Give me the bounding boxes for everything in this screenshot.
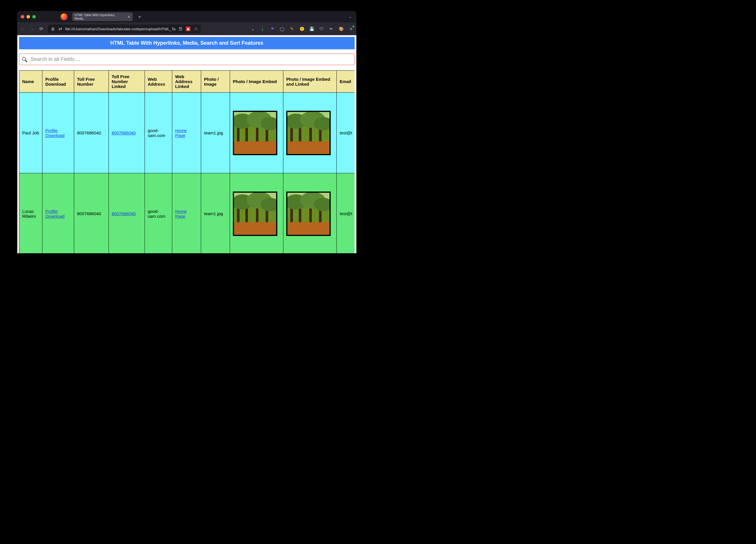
svg-rect-21 xyxy=(287,222,330,235)
pocket-icon[interactable]: ⌄ xyxy=(250,26,255,31)
table-header-row: Name Profile Download Toll Free Number T… xyxy=(19,71,355,93)
minimize-window-button[interactable] xyxy=(27,15,30,18)
settings-toggle-icon[interactable]: ⇄ xyxy=(58,26,63,31)
toolbar: ← → ⟳ 🗎 ⇄ file:///Users/nathan/Downloads… xyxy=(17,23,356,35)
page-title: HTML Table With Hyperlinks, Media, Searc… xyxy=(19,37,355,49)
cell-photo: team1.jpg xyxy=(201,173,230,254)
col-photo-embed-linked[interactable]: Photo / Image Embed and Linked xyxy=(283,71,337,93)
reader-mode-icon[interactable]: ☰ xyxy=(178,26,183,31)
page-viewport: HTML Table With Hyperlinks, Media, Searc… xyxy=(17,35,356,253)
extension-icon-3[interactable]: ✎ xyxy=(289,26,295,31)
extension-icon-2[interactable]: ◯ xyxy=(280,26,285,31)
col-profile-download[interactable]: Profile Download xyxy=(42,71,74,93)
col-email[interactable]: Email xyxy=(337,71,355,93)
tabs-overflow-icon[interactable]: ⌄ xyxy=(347,15,354,19)
cell-photo: team1.jpg xyxy=(201,93,230,173)
image-thumbnail-link[interactable] xyxy=(286,192,334,236)
bookmark-star-icon[interactable]: ☆ xyxy=(193,26,199,31)
col-toll-free-linked[interactable]: Toll Free Number Linked xyxy=(109,71,145,93)
col-toll-free[interactable]: Toll Free Number xyxy=(74,71,109,93)
blocker-badge-icon[interactable]: ◼ xyxy=(186,27,190,31)
search-container xyxy=(19,53,355,65)
profile-download-link[interactable]: Profile Download xyxy=(45,128,65,138)
table-row: Paul Job Profile Download 8007686040 800… xyxy=(19,93,355,173)
cell-web: good-sam.com xyxy=(145,93,172,173)
svg-line-1 xyxy=(25,60,27,62)
col-photo[interactable]: Photo / Image xyxy=(201,71,230,93)
extension-icon-7[interactable]: ✏ xyxy=(329,26,334,31)
close-tab-icon[interactable]: ✕ xyxy=(127,15,130,19)
cell-email: test@t xyxy=(337,173,355,254)
downloads-icon[interactable]: ⭳ xyxy=(260,26,265,31)
extension-icon-1[interactable]: ⚑ xyxy=(270,26,275,31)
extension-icon-8[interactable]: 🎨 xyxy=(338,26,344,31)
image-thumbnail xyxy=(286,111,331,155)
cell-toll-free: 8007686040 xyxy=(74,93,109,173)
menu-icon[interactable]: ≡ xyxy=(348,26,353,31)
file-icon: 🗎 xyxy=(50,27,55,31)
tab-title: HTML Table With Hyperlinks, Media, xyxy=(74,13,125,20)
col-name[interactable]: Name xyxy=(19,71,42,93)
close-window-button[interactable] xyxy=(21,15,24,18)
home-page-link[interactable]: Home Page xyxy=(175,128,187,138)
toolbar-right: ⌄ ⭳ ⚑ ◯ ✎ 🙂 💾 🛡 ✏ 🎨 ≡ xyxy=(250,26,353,31)
toll-free-link[interactable]: 8007686040 xyxy=(112,211,136,216)
cell-name: Paul Job xyxy=(19,93,42,173)
image-thumbnail-link[interactable] xyxy=(286,111,334,155)
forward-icon[interactable]: → xyxy=(29,27,35,31)
window-controls xyxy=(21,15,36,18)
url-text: file:///Users/nathan/Downloads/tabulate … xyxy=(65,27,175,31)
cell-toll-free: 8007686040 xyxy=(74,173,109,254)
reload-icon[interactable]: ⟳ xyxy=(39,26,44,31)
svg-rect-15 xyxy=(234,222,276,235)
image-thumbnail xyxy=(233,111,277,155)
cell-photo-embed-linked xyxy=(283,173,337,254)
home-page-link[interactable]: Home Page xyxy=(175,209,187,219)
extension-icon-5[interactable]: 💾 xyxy=(309,26,314,31)
zoom-window-button[interactable] xyxy=(32,15,36,18)
cell-photo-embed-linked xyxy=(283,93,337,173)
browser-window: HTML Table With Hyperlinks, Media, ✕ ＋ ⌄… xyxy=(17,11,356,253)
col-photo-embed[interactable]: Photo / Image Embed xyxy=(230,71,283,93)
new-tab-button[interactable]: ＋ xyxy=(134,14,145,20)
svg-rect-9 xyxy=(287,141,330,154)
cell-email: test@t xyxy=(337,93,355,173)
extension-icon-6[interactable]: 🛡 xyxy=(319,26,324,31)
table-row: Lucas Ribeiro Profile Download 800768604… xyxy=(19,173,355,254)
search-icon xyxy=(21,56,28,63)
toll-free-link[interactable]: 8007686040 xyxy=(112,130,136,135)
image-thumbnail xyxy=(233,192,277,236)
col-web-address[interactable]: Web Address xyxy=(145,71,172,93)
url-bar[interactable]: 🗎 ⇄ file:///Users/nathan/Downloads/tabul… xyxy=(48,25,201,33)
search-input[interactable] xyxy=(30,55,352,64)
tab-bar: HTML Table With Hyperlinks, Media, ✕ ＋ ⌄ xyxy=(17,11,356,23)
table-container: Name Profile Download Toll Free Number T… xyxy=(19,70,355,253)
cell-web: good-sam.com xyxy=(145,173,172,254)
page-content: HTML Table With Hyperlinks, Media, Searc… xyxy=(17,35,356,253)
cell-name: Lucas Ribeiro xyxy=(19,173,42,254)
cell-photo-embed xyxy=(230,173,283,254)
data-table: Name Profile Download Toll Free Number T… xyxy=(19,70,355,253)
back-icon[interactable]: ← xyxy=(20,27,25,31)
cell-photo-embed xyxy=(230,93,283,173)
firefox-icon xyxy=(61,13,68,20)
col-web-address-linked[interactable]: Web Address Linked xyxy=(172,71,201,93)
browser-tab[interactable]: HTML Table With Hyperlinks, Media, ✕ xyxy=(72,12,133,21)
extension-icon-4[interactable]: 🙂 xyxy=(299,26,304,31)
svg-rect-3 xyxy=(234,141,276,154)
profile-download-link[interactable]: Profile Download xyxy=(45,209,65,219)
image-thumbnail xyxy=(286,192,331,236)
